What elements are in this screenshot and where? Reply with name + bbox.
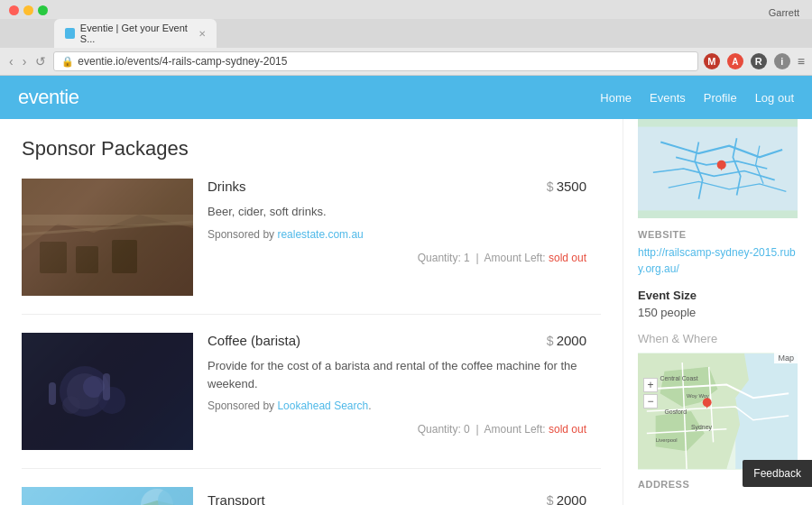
drinks-sold-out: sold out (549, 252, 586, 264)
user-label: Garrett (769, 7, 799, 18)
coffee-sponsor-link[interactable]: Lookahead Search (277, 399, 368, 412)
close-window-button[interactable] (9, 5, 19, 15)
maximize-window-button[interactable] (38, 5, 48, 15)
svg-text:Sydney: Sydney (691, 424, 712, 431)
svg-text:Central Coast: Central Coast (660, 375, 698, 381)
package-coffee-description: Provide for the cost of a barista and re… (208, 357, 586, 392)
feedback-button[interactable]: Feedback (743, 460, 812, 487)
map-zoom-in-button[interactable]: + (643, 378, 658, 392)
package-transport-header: Transport $2000 (208, 492, 586, 505)
package-coffee: Coffee (barista) $2000 Provide for the c… (22, 333, 601, 469)
package-drinks-meta: Quantity: 1 | Amount Left: sold out (208, 252, 586, 264)
google-map[interactable]: Central Coast Woy Woy Gosford Sydney Liv… (638, 353, 798, 470)
drinks-sponsor-link[interactable]: realestate.com.au (277, 228, 363, 241)
browser-menu-button[interactable]: ≡ (798, 54, 805, 69)
package-coffee-sponsor: Sponsored by Lookahead Search. (208, 399, 586, 412)
refresh-button[interactable]: ↺ (33, 54, 48, 69)
svg-rect-14 (103, 373, 110, 400)
package-drinks: Drinks $3500 Beer, cider, soft drinks. S… (22, 179, 601, 315)
package-coffee-header: Coffee (barista) $2000 (208, 333, 586, 348)
nav-home[interactable]: Home (600, 91, 632, 105)
main-area: Sponsor Packages Drink (0, 119, 812, 505)
content-area: Sponsor Packages Drink (0, 119, 623, 505)
price-dollar-sign-3: $ (547, 493, 554, 505)
browser-tab[interactable]: Eventie | Get your Event S... ✕ (54, 19, 217, 48)
nav-events[interactable]: Events (650, 91, 686, 105)
nav-logout[interactable]: Log out (755, 91, 794, 105)
svg-text:Gosford: Gosford (665, 409, 687, 415)
svg-point-11 (98, 387, 125, 414)
package-drinks-header: Drinks $3500 (208, 179, 586, 194)
package-transport: Transport $2000 (22, 487, 601, 505)
tab-close-button[interactable]: ✕ (198, 29, 206, 39)
page-content: eventie Home Events Profile Log out Spon… (0, 76, 812, 505)
svg-rect-4 (112, 240, 137, 273)
when-where-label: When & Where (638, 332, 798, 345)
tab-title: Eventie | Get your Event S... (80, 23, 193, 44)
address-text: eventie.io/events/4-rails-camp-sydney-20… (78, 55, 287, 68)
addon-icon-gray[interactable]: i (774, 53, 790, 69)
package-drinks-image (22, 179, 193, 296)
package-drinks-name: Drinks (208, 179, 246, 194)
package-transport-image (22, 487, 193, 505)
package-coffee-details: Coffee (barista) $2000 Provide for the c… (193, 333, 601, 450)
svg-rect-20 (638, 127, 798, 211)
lock-icon: 🔒 (61, 56, 74, 68)
svg-rect-6 (22, 215, 193, 225)
package-transport-price: $2000 (547, 492, 586, 505)
page-title: Sponsor Packages (22, 137, 601, 161)
package-coffee-name: Coffee (barista) (208, 333, 300, 348)
browser-addressbar: ‹ › ↺ 🔒 eventie.io/events/4-rails-camp-s… (0, 48, 812, 75)
package-coffee-price: $2000 (547, 333, 586, 348)
price-dollar-sign-2: $ (547, 334, 554, 348)
price-dollar-sign: $ (547, 179, 554, 194)
gmail-icon[interactable]: M (704, 53, 720, 69)
nav-links: Home Events Profile Log out (600, 91, 794, 105)
svg-point-12 (62, 396, 80, 414)
package-transport-name: Transport (208, 492, 265, 505)
map-control-bar: Map (774, 353, 798, 363)
back-button[interactable]: ‹ (7, 54, 15, 69)
minimize-window-button[interactable] (23, 5, 33, 15)
package-transport-details: Transport $2000 (193, 487, 601, 505)
address-bar[interactable]: 🔒 eventie.io/events/4-rails-camp-sydney-… (53, 51, 697, 71)
forward-button[interactable]: › (21, 54, 29, 69)
svg-rect-3 (76, 246, 98, 273)
website-label: Website (638, 229, 798, 240)
map-zoom-out-button[interactable]: − (643, 394, 658, 409)
site-nav: eventie Home Events Profile Log out (0, 76, 812, 119)
browser-chrome: Garrett Eventie | Get your Event S... ✕ … (0, 0, 812, 76)
sidebar: Website http://railscamp-sydney-2015.rub… (623, 119, 812, 505)
sidebar-website-section: Website http://railscamp-sydney-2015.rub… (638, 229, 798, 276)
addon-icon-dark[interactable]: R (751, 53, 767, 69)
sidebar-map-sketch (638, 119, 798, 218)
sidebar-eventsize-section: Event Size 150 people (638, 289, 798, 319)
svg-text:Woy Woy: Woy Woy (687, 393, 709, 399)
nav-profile[interactable]: Profile (704, 91, 737, 105)
window-controls[interactable] (9, 5, 48, 15)
package-coffee-meta: Quantity: 0 | Amount Left: sold out (208, 423, 586, 436)
package-coffee-image (22, 333, 193, 450)
svg-text:Liverpool: Liverpool (656, 437, 678, 443)
package-drinks-details: Drinks $3500 Beer, cider, soft drinks. S… (193, 179, 601, 296)
svg-rect-13 (49, 382, 56, 405)
package-drinks-sponsor: Sponsored by realestate.com.au (208, 228, 586, 241)
toolbar-icons: M A R i ≡ (704, 53, 805, 69)
coffee-sold-out: sold out (549, 423, 586, 436)
tab-favicon (65, 28, 75, 39)
site-logo[interactable]: eventie (18, 86, 600, 109)
package-drinks-description: Beer, cider, soft drinks. (208, 203, 586, 221)
svg-rect-2 (40, 242, 67, 273)
addon-icon-red[interactable]: A (727, 53, 743, 69)
event-size-value: 150 people (638, 306, 798, 319)
browser-tab-bar: Eventie | Get your Event S... ✕ (0, 19, 812, 48)
website-link[interactable]: http://railscamp-sydney-2015.ruby.org.au… (638, 246, 796, 275)
package-drinks-price: $3500 (547, 179, 586, 194)
event-size-label: Event Size (638, 289, 798, 302)
browser-titlebar: Garrett (0, 0, 812, 19)
